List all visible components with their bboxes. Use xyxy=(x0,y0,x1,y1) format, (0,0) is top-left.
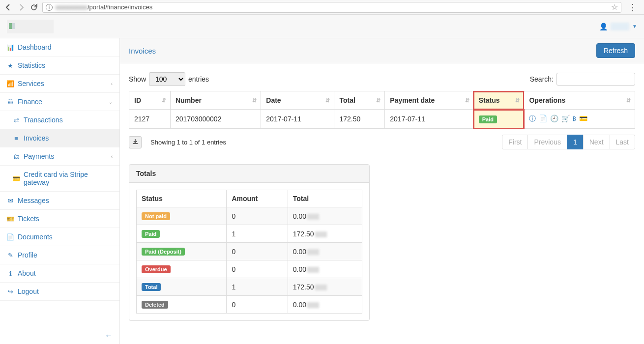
pager: First Previous 1 Next Last xyxy=(502,135,635,149)
totals-amount: 0 xyxy=(227,207,288,225)
main: Invoices Refresh Show 100 entries Search… xyxy=(120,38,644,344)
totals-row: Total 1 172.50 xyxy=(137,278,362,296)
sidebar-item-tickets[interactable]: 🎫Tickets xyxy=(0,210,119,228)
payments-icon: 🗂 xyxy=(13,153,20,160)
col-payment-date[interactable]: Payment date⇵ xyxy=(385,91,473,110)
about-icon: ℹ xyxy=(7,270,14,277)
totals-row: Deleted 0 0.00 xyxy=(137,296,362,314)
page-title: Invoices xyxy=(129,47,156,55)
sidebar-item-services[interactable]: 📶Services‹ xyxy=(0,75,119,93)
sidebar-item-messages[interactable]: ✉Messages xyxy=(0,192,119,210)
finance-icon: 🏛 xyxy=(7,98,14,106)
totals-total: 0.00 xyxy=(288,207,362,225)
sidebar-item-transactions[interactable]: ⇄Transactions xyxy=(0,111,119,129)
totals-panel: Totals Status Amount Total Not paid 0 0.… xyxy=(129,164,370,321)
col-operations[interactable]: Operations⇵ xyxy=(524,91,635,110)
totals-amount: 0 xyxy=(227,243,288,260)
totals-amount: 0 xyxy=(227,260,288,278)
page-size-select[interactable]: 100 xyxy=(149,72,185,86)
dashboard-icon: 📊 xyxy=(7,44,14,51)
file-icon[interactable]: 📄 xyxy=(539,115,547,123)
col-number[interactable]: Number⇵ xyxy=(171,91,261,110)
clock-icon[interactable]: 🕘 xyxy=(550,115,558,123)
totals-amount: 1 xyxy=(227,225,288,243)
sidebar-item-statistics[interactable]: ★Statistics xyxy=(0,57,119,75)
totals-status: Paid xyxy=(137,225,227,243)
refresh-button[interactable]: Refresh xyxy=(596,43,635,58)
sidebar-item-finance[interactable]: 🏛Finance⌄ xyxy=(0,93,119,111)
url-bar[interactable]: i xxxxxxxxxx/portal/finance/invoices ☆ xyxy=(42,2,621,13)
export-button[interactable] xyxy=(129,136,142,148)
bitcoin-icon[interactable]: ₿ xyxy=(573,115,576,123)
status-badge: Overdue xyxy=(142,265,171,273)
sidebar-item-dashboard[interactable]: 📊Dashboard xyxy=(0,38,119,57)
cell-total: 172.50 xyxy=(334,110,385,129)
status-badge: Paid (Deposit) xyxy=(142,248,185,256)
totals-total: 0.00 xyxy=(288,296,362,314)
search-label: Search: xyxy=(530,75,554,83)
totals-status: Paid (Deposit) xyxy=(137,243,227,260)
messages-icon: ✉ xyxy=(7,197,14,204)
table-row[interactable]: 2127 201703000002 2017-07-11 172.50 2017… xyxy=(129,110,635,129)
services-icon: 📶 xyxy=(7,80,14,87)
totals-row: Not paid 0 0.00 xyxy=(137,207,362,225)
pager-page-1[interactable]: 1 xyxy=(567,135,584,149)
reload-button[interactable] xyxy=(29,3,38,12)
documents-icon: 📄 xyxy=(7,233,14,241)
cell-operations: ⓘ 📄 🕘 🛒 ₿ 💳 xyxy=(524,110,635,129)
totals-row: Paid 1 172.50 xyxy=(137,225,362,243)
logo xyxy=(7,20,54,33)
user-icon: 👤 xyxy=(599,23,608,30)
chrome-menu-icon[interactable]: ⋮ xyxy=(625,2,640,13)
totals-row: Overdue 0 0.00 xyxy=(137,260,362,278)
logout-icon: ↪ xyxy=(7,288,14,295)
user-dropdown[interactable]: 👤 ▼ xyxy=(599,23,637,30)
info-icon: i xyxy=(46,4,53,11)
collapse-sidebar-icon[interactable]: ← xyxy=(105,331,113,340)
sidebar-item-label: Profile xyxy=(18,251,37,259)
cart-icon[interactable]: 🛒 xyxy=(561,115,570,123)
topbar: 👤 ▼ xyxy=(0,15,644,38)
col-date[interactable]: Date⇵ xyxy=(261,91,334,110)
sidebar-item-logout[interactable]: ↪Logout xyxy=(0,283,119,301)
pager-next[interactable]: Next xyxy=(583,135,610,149)
invoices-table: ID⇵ Number⇵ Date⇵ Total⇵ Payment date⇵ S… xyxy=(129,91,635,129)
sidebar-item-invoices[interactable]: ≡Invoices xyxy=(0,129,119,147)
table-footer: Showing 1 to 1 of 1 entries First Previo… xyxy=(129,135,635,149)
th-amount: Amount xyxy=(227,190,288,207)
invoices-icon: ≡ xyxy=(13,135,20,142)
info-circle-icon[interactable]: ⓘ xyxy=(529,115,536,123)
search-input[interactable] xyxy=(556,73,635,86)
pager-first[interactable]: First xyxy=(502,135,528,149)
cell-id: 2127 xyxy=(129,110,171,129)
sidebar-item-documents[interactable]: 📄Documents xyxy=(0,228,119,246)
col-total[interactable]: Total⇵ xyxy=(334,91,385,110)
caret-down-icon: ▼ xyxy=(632,24,637,29)
chevron-icon: ⌄ xyxy=(109,99,113,105)
th-status: Status xyxy=(137,190,227,207)
col-id[interactable]: ID⇵ xyxy=(129,91,171,110)
page-header: Invoices Refresh xyxy=(120,38,644,63)
totals-row: Paid (Deposit) 0 0.00 xyxy=(137,243,362,260)
show-label: Show xyxy=(129,75,146,83)
sidebar-item-profile[interactable]: ✎Profile xyxy=(0,246,119,264)
status-badge: Deleted xyxy=(142,301,168,309)
forward-button[interactable] xyxy=(17,3,26,12)
col-status[interactable]: Status⇵ xyxy=(473,91,524,110)
pager-prev[interactable]: Previous xyxy=(527,135,567,149)
url-text: xxxxxxxxxx/portal/finance/invoices xyxy=(56,3,152,11)
sidebar-item-credit-card-via-stripe-gateway[interactable]: 💳Credit card via Stripe gateway xyxy=(0,166,119,192)
card-icon[interactable]: 💳 xyxy=(579,115,587,123)
pager-last[interactable]: Last xyxy=(610,135,635,149)
sidebar-item-about[interactable]: ℹAbout xyxy=(0,264,119,283)
browser-chrome: i xxxxxxxxxx/portal/finance/invoices ☆ ⋮ xyxy=(0,0,644,15)
sidebar-item-payments[interactable]: 🗂Payments‹ xyxy=(0,147,119,166)
back-button[interactable] xyxy=(4,3,13,12)
totals-total: 0.00 xyxy=(288,243,362,260)
star-icon[interactable]: ☆ xyxy=(611,2,618,12)
cell-payment-date: 2017-07-11 xyxy=(385,110,473,129)
cell-date: 2017-07-11 xyxy=(261,110,334,129)
sidebar-item-label: Transactions xyxy=(24,116,63,124)
totals-total: 0.00 xyxy=(288,260,362,278)
totals-title: Totals xyxy=(129,165,369,183)
